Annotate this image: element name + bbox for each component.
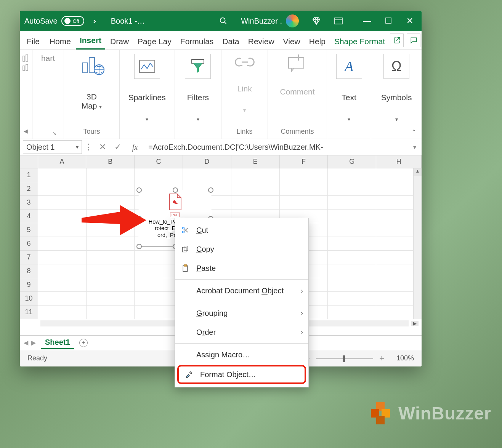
context-format-object[interactable]: Format Object… (177, 365, 306, 384)
search-icon[interactable] (219, 16, 228, 26)
symbols-dropdown[interactable]: ▾ (395, 116, 398, 122)
row-header[interactable]: 6 (20, 237, 38, 251)
column-header[interactable]: A (38, 155, 87, 168)
column-header[interactable]: D (183, 155, 231, 168)
fx-more-icon[interactable]: ⋮ (82, 142, 95, 152)
cell[interactable] (87, 278, 135, 292)
column-header[interactable]: G (328, 155, 376, 168)
context-order[interactable]: Order› (175, 323, 308, 342)
cell[interactable] (38, 251, 87, 264)
filters-dropdown[interactable]: ▾ (197, 116, 199, 122)
tab-draw[interactable]: Draw (106, 33, 133, 50)
zoom-level[interactable]: 100% (390, 354, 414, 362)
ribbon-display-icon[interactable] (334, 16, 343, 26)
tab-insert[interactable]: Insert (76, 32, 105, 50)
sheet-nav-prev[interactable]: ◀ (24, 339, 28, 346)
cell[interactable] (231, 168, 280, 182)
cell[interactable] (135, 168, 183, 182)
cell[interactable] (328, 182, 376, 196)
row-header[interactable]: 2 (20, 182, 38, 196)
formula-input[interactable]: =AcroExch.Document.DC|'C:\Users\WinBuzze… (144, 143, 408, 152)
sparklines-button[interactable]: Sparklines (128, 93, 166, 102)
cell[interactable] (38, 278, 87, 292)
ribbon-overflow-icon[interactable]: ↘ (52, 130, 57, 136)
row-header[interactable]: 4 (20, 210, 38, 223)
cell[interactable] (38, 264, 87, 278)
cell[interactable] (328, 237, 376, 251)
zoom-in-button[interactable]: + (379, 354, 384, 363)
tab-shape-format[interactable]: Shape Format (330, 33, 389, 50)
cell[interactable] (87, 168, 135, 182)
column-header[interactable]: E (231, 155, 280, 168)
maximize-button[interactable] (383, 16, 393, 26)
cell[interactable] (328, 168, 376, 182)
text-dropdown[interactable]: ▾ (348, 116, 350, 122)
cell[interactable] (328, 306, 376, 319)
cell[interactable] (328, 292, 376, 306)
tab-file[interactable]: File (23, 33, 43, 50)
comments-button[interactable] (407, 34, 420, 47)
tab-help[interactable]: Help (305, 33, 329, 50)
column-header[interactable]: C (135, 155, 183, 168)
context-assign-macro[interactable]: Assign Macro… (175, 345, 308, 364)
cell[interactable] (87, 306, 135, 319)
minimize-button[interactable]: ― (362, 16, 372, 26)
tab-view[interactable]: View (279, 33, 304, 50)
row-header[interactable]: 1 (20, 168, 38, 182)
close-button[interactable]: ✕ (405, 16, 415, 26)
tab-home[interactable]: Home (46, 33, 75, 50)
context-copy[interactable]: Copy (175, 240, 308, 259)
tab-review[interactable]: Review (244, 33, 278, 50)
vertical-scrollbar[interactable]: ▲ (413, 168, 422, 319)
cell[interactable] (87, 251, 135, 264)
premium-diamond-icon[interactable] (312, 16, 321, 26)
cell[interactable] (328, 251, 376, 264)
cell[interactable] (231, 182, 280, 196)
autosave-toggle[interactable]: AutoSave Off (24, 16, 84, 26)
column-header[interactable]: H (376, 155, 422, 168)
document-title[interactable]: Book1 -… (111, 17, 145, 26)
cell[interactable] (328, 196, 376, 210)
row-header[interactable]: 5 (20, 223, 38, 237)
cell[interactable] (280, 168, 328, 182)
fx-icon[interactable]: fx (125, 143, 144, 152)
zoom-slider[interactable] (316, 358, 373, 359)
symbols-button[interactable]: Symbols (381, 93, 412, 102)
3d-map-button[interactable]: 3D Map ▾ (82, 92, 102, 110)
fx-cancel-button[interactable]: ✕ (95, 142, 110, 152)
context-acrobat-object[interactable]: Acrobat Document Object› (175, 281, 308, 300)
cell[interactable] (38, 237, 87, 251)
cell[interactable] (183, 168, 231, 182)
ribbon-scroll-left[interactable]: ◀ (24, 128, 28, 134)
row-header[interactable]: 7 (20, 251, 38, 264)
column-header[interactable]: F (280, 155, 328, 168)
tab-formulas[interactable]: Formulas (176, 33, 218, 50)
qat-overflow-icon[interactable]: ›› (93, 17, 94, 25)
formula-expand-button[interactable]: ▾ (408, 144, 422, 151)
account-button[interactable]: WinBuzzer . (241, 14, 299, 27)
context-paste[interactable]: Paste (175, 259, 308, 278)
text-button[interactable]: Text (342, 93, 356, 102)
filters-button[interactable]: Filters (187, 93, 209, 102)
row-header[interactable]: 8 (20, 264, 38, 278)
cell[interactable] (328, 223, 376, 237)
cell[interactable] (38, 168, 87, 182)
add-sheet-button[interactable]: ＋ (79, 339, 88, 347)
row-header[interactable]: 10 (20, 292, 38, 306)
cell[interactable] (87, 182, 135, 196)
cell[interactable] (38, 182, 87, 196)
chart-icon[interactable] (22, 54, 30, 72)
fx-enter-button[interactable]: ✓ (110, 142, 125, 152)
row-header[interactable]: 11 (20, 306, 38, 319)
cell[interactable] (280, 182, 328, 196)
row-header[interactable]: 9 (20, 278, 38, 292)
sparklines-dropdown[interactable]: ▾ (146, 116, 148, 122)
collapse-ribbon-button[interactable]: ⌃ (411, 128, 416, 136)
tab-data[interactable]: Data (218, 33, 243, 50)
cell[interactable] (38, 210, 87, 223)
tab-page-layout[interactable]: Page Lay (134, 33, 175, 50)
context-grouping[interactable]: Grouping› (175, 304, 308, 323)
column-header[interactable]: B (86, 155, 135, 168)
cell[interactable] (38, 306, 87, 319)
cell[interactable] (328, 264, 376, 278)
